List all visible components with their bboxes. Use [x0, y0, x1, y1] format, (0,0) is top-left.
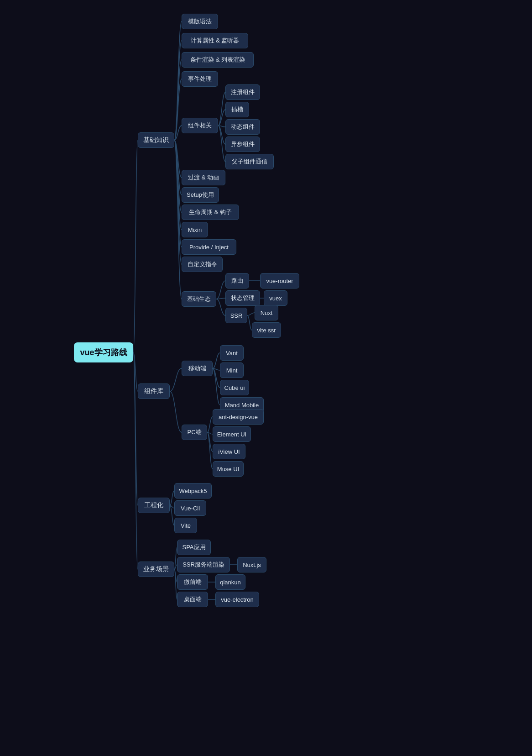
connection-lines	[0, 0, 532, 756]
node-elementui: Element UI	[213, 426, 251, 442]
node-setup: Setup使用	[182, 187, 219, 203]
node-fumu: 父子组件通信	[225, 154, 274, 169]
node-luyou: 路由	[225, 273, 249, 289]
node-zhuomian: 桌面端	[177, 592, 208, 607]
node-zhuce: 注册组件	[225, 84, 260, 100]
node-lifecycle: 生命周期 & 钩子	[182, 205, 239, 220]
node-yibu: 异步组件	[225, 136, 260, 152]
node-vuerouter: vue-router	[260, 273, 299, 289]
node-vueelectron: vue-electron	[215, 592, 259, 607]
node-vitessr: vite ssr	[252, 322, 281, 338]
node-weiqian: 微前端	[177, 574, 208, 590]
node-nuxt: Nuxt	[255, 305, 278, 320]
node-mint: Mint	[220, 362, 244, 378]
node-jichushengcai: 基础生态	[182, 291, 216, 307]
node-zidingyi: 自定义指令	[182, 257, 223, 272]
node-vite: Vite	[174, 518, 197, 533]
node-cubeui: Cube ui	[220, 380, 249, 395]
node-vant: Vant	[220, 345, 244, 361]
node-jisuan: 计算属性 & 监听器	[182, 33, 248, 48]
node-gongcheng: 工程化	[138, 498, 170, 513]
node-yidong: 移动端	[182, 361, 213, 376]
node-jichu: 基础知识	[138, 132, 174, 148]
node-shijian: 事件处理	[182, 71, 218, 87]
node-vuecli: Vue-Cli	[174, 500, 206, 516]
node-iviewui: iView UI	[213, 444, 245, 459]
node-guodu: 过渡 & 动画	[182, 170, 225, 185]
node-zhuangtai: 状态管理	[225, 290, 260, 306]
node-vuex: vuex	[264, 290, 287, 306]
node-museui: Muse UI	[213, 461, 244, 477]
node-spa: SPA应用	[177, 540, 211, 555]
node-antdesign: ant-design-vue	[213, 409, 264, 425]
node-zujianxiang: 组件相关	[182, 118, 218, 133]
node-dongtai: 动态组件	[225, 119, 260, 135]
node-mubanyufa: 模版语法	[182, 14, 218, 29]
node-tiaojian: 条件渲染 & 列表渲染	[182, 52, 254, 68]
node-ssrl1: SSR	[225, 308, 247, 323]
node-yewu: 业务场景	[138, 562, 174, 577]
node-mixin: Mixin	[182, 222, 208, 237]
node-provide: Provide / Inject	[182, 239, 236, 255]
node-nuxtjs: Nuxt.js	[237, 557, 266, 572]
mindmap-container: vue学习路线基础知识组件库工程化业务场景模版语法计算属性 & 监听器条件渲染 …	[0, 0, 532, 756]
node-pc: PC端	[182, 425, 207, 440]
node-ssr2: SSR服务端渲染	[177, 557, 230, 572]
node-zujian: 组件库	[138, 383, 170, 399]
node-webpack5: Webpack5	[174, 483, 212, 499]
node-qiankun: qiankun	[215, 574, 245, 590]
node-root: vue学习路线	[74, 342, 133, 362]
node-chacao: 插槽	[225, 102, 249, 117]
